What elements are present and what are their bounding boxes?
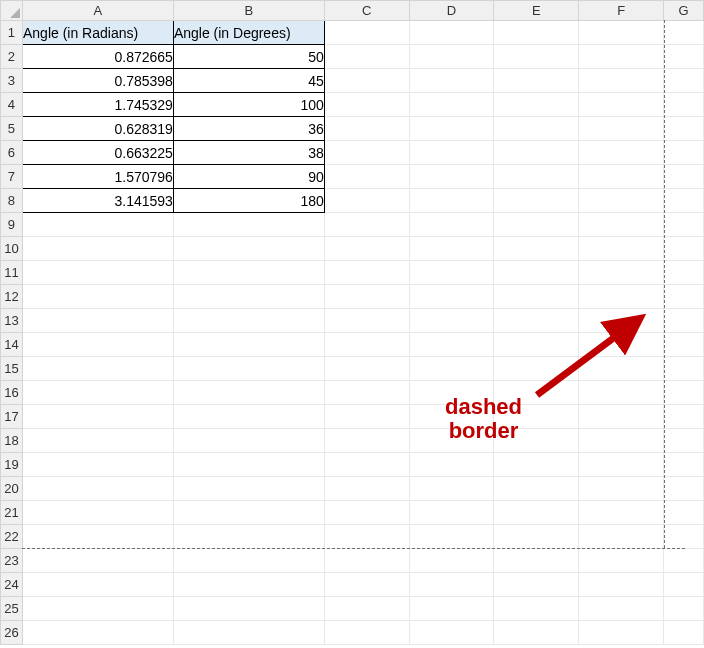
cell[interactable] xyxy=(324,453,409,477)
cell[interactable] xyxy=(22,357,173,381)
row-header[interactable]: 17 xyxy=(1,405,23,429)
cell[interactable] xyxy=(409,501,494,525)
cell[interactable] xyxy=(579,477,664,501)
cell[interactable] xyxy=(494,141,579,165)
cell[interactable] xyxy=(664,213,704,237)
cell-A7[interactable]: 1.570796 xyxy=(22,165,173,189)
cell[interactable] xyxy=(22,381,173,405)
cell[interactable] xyxy=(579,69,664,93)
cell-A4[interactable]: 1.745329 xyxy=(22,93,173,117)
cell[interactable] xyxy=(494,237,579,261)
cell[interactable] xyxy=(173,357,324,381)
cell[interactable] xyxy=(494,405,579,429)
cell-B3[interactable]: 45 xyxy=(173,69,324,93)
cell[interactable] xyxy=(494,213,579,237)
cell[interactable] xyxy=(409,285,494,309)
cell[interactable] xyxy=(664,45,704,69)
cell[interactable] xyxy=(409,261,494,285)
cell[interactable] xyxy=(173,621,324,645)
cell[interactable] xyxy=(324,261,409,285)
cell[interactable] xyxy=(324,597,409,621)
row-header[interactable]: 25 xyxy=(1,597,23,621)
cell[interactable] xyxy=(664,405,704,429)
cell[interactable] xyxy=(664,141,704,165)
cell[interactable] xyxy=(173,501,324,525)
cell[interactable] xyxy=(664,165,704,189)
cell[interactable] xyxy=(409,573,494,597)
cell[interactable] xyxy=(324,525,409,549)
cell[interactable] xyxy=(324,549,409,573)
cell[interactable] xyxy=(22,597,173,621)
col-header-B[interactable]: B xyxy=(173,1,324,21)
cell[interactable] xyxy=(579,93,664,117)
col-header-E[interactable]: E xyxy=(494,1,579,21)
cell[interactable] xyxy=(173,285,324,309)
cell[interactable] xyxy=(664,69,704,93)
cell[interactable] xyxy=(324,69,409,93)
cell[interactable] xyxy=(409,213,494,237)
cell[interactable] xyxy=(324,165,409,189)
row-header[interactable]: 1 xyxy=(1,21,23,45)
cell[interactable] xyxy=(324,237,409,261)
cell[interactable] xyxy=(579,357,664,381)
row-header[interactable]: 5 xyxy=(1,117,23,141)
cell[interactable] xyxy=(173,597,324,621)
cell[interactable] xyxy=(409,309,494,333)
cell[interactable] xyxy=(409,381,494,405)
cell[interactable] xyxy=(409,117,494,141)
cell[interactable] xyxy=(22,237,173,261)
cell[interactable] xyxy=(22,453,173,477)
cell[interactable] xyxy=(409,405,494,429)
cell-A1[interactable]: Angle (in Radians) xyxy=(22,21,173,45)
cell[interactable] xyxy=(409,333,494,357)
cell[interactable] xyxy=(409,597,494,621)
cell[interactable] xyxy=(324,405,409,429)
row-header[interactable]: 6 xyxy=(1,141,23,165)
cell[interactable] xyxy=(494,525,579,549)
row-header[interactable]: 10 xyxy=(1,237,23,261)
cell[interactable] xyxy=(324,333,409,357)
cell[interactable] xyxy=(173,429,324,453)
cell[interactable] xyxy=(494,573,579,597)
cell[interactable] xyxy=(664,333,704,357)
cell[interactable] xyxy=(494,45,579,69)
row-header[interactable]: 13 xyxy=(1,309,23,333)
cell-A5[interactable]: 0.628319 xyxy=(22,117,173,141)
row-header[interactable]: 2 xyxy=(1,45,23,69)
row-header[interactable]: 21 xyxy=(1,501,23,525)
cell[interactable] xyxy=(664,285,704,309)
cell[interactable] xyxy=(664,309,704,333)
cell[interactable] xyxy=(579,309,664,333)
cell[interactable] xyxy=(324,213,409,237)
cell[interactable] xyxy=(409,165,494,189)
cell[interactable] xyxy=(494,453,579,477)
row-header[interactable]: 12 xyxy=(1,285,23,309)
cell[interactable] xyxy=(173,213,324,237)
cell-B1[interactable]: Angle (in Degrees) xyxy=(173,21,324,45)
cell[interactable] xyxy=(664,477,704,501)
cell-A8[interactable]: 3.141593 xyxy=(22,189,173,213)
cell[interactable] xyxy=(494,381,579,405)
row-header[interactable]: 14 xyxy=(1,333,23,357)
cell[interactable] xyxy=(173,309,324,333)
row-header[interactable]: 18 xyxy=(1,429,23,453)
cell[interactable] xyxy=(579,453,664,477)
cell[interactable] xyxy=(409,477,494,501)
row-header[interactable]: 22 xyxy=(1,525,23,549)
cell[interactable] xyxy=(579,165,664,189)
cell[interactable] xyxy=(409,21,494,45)
cell[interactable] xyxy=(494,261,579,285)
cell[interactable] xyxy=(324,189,409,213)
cell[interactable] xyxy=(324,45,409,69)
cell[interactable] xyxy=(173,453,324,477)
cell[interactable] xyxy=(664,237,704,261)
cell[interactable] xyxy=(173,549,324,573)
cell[interactable] xyxy=(22,405,173,429)
cell[interactable] xyxy=(494,501,579,525)
cell[interactable] xyxy=(173,381,324,405)
cell[interactable] xyxy=(664,261,704,285)
cell[interactable] xyxy=(22,285,173,309)
cell[interactable] xyxy=(579,189,664,213)
cell[interactable] xyxy=(324,117,409,141)
cell[interactable] xyxy=(494,477,579,501)
